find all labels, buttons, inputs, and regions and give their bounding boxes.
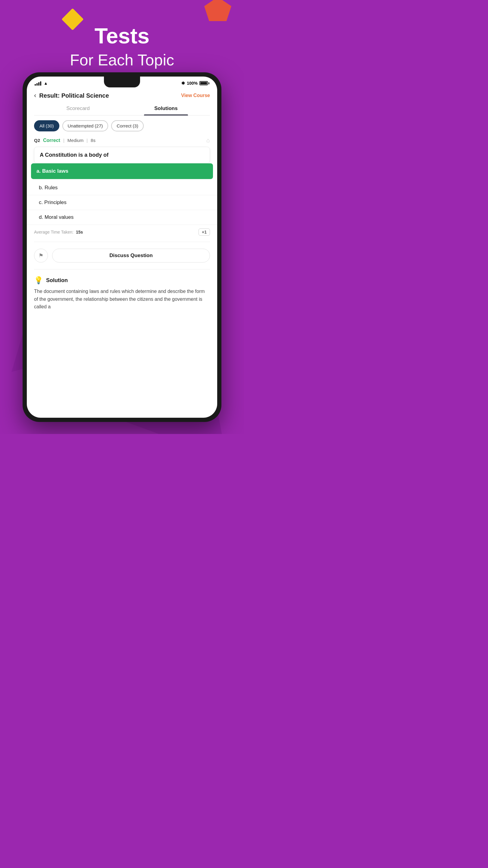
page-title: Tests [0, 24, 244, 48]
option-b[interactable]: b. Rules [27, 181, 217, 195]
filter-all-button[interactable]: All (30) [34, 120, 59, 131]
divider [34, 242, 210, 242]
option-a-text: Basic laws [42, 168, 68, 174]
battery-icon [199, 81, 209, 85]
solution-section: 💡 Solution The document containing laws … [34, 272, 210, 315]
question-number: Q2 [34, 138, 40, 143]
option-b-text: Rules [44, 185, 58, 190]
option-a[interactable]: a. Basic laws [31, 163, 213, 179]
filter-unattempted-button[interactable]: Unattempted (27) [62, 120, 108, 131]
option-b-label: b. [39, 185, 44, 190]
app-content: ‹ Result: Political Science View Course … [27, 88, 217, 163]
discuss-row: ⚑ Discuss Question [34, 244, 210, 267]
phone-outer: ▲ ✱ 100% ‹ Result: P [23, 72, 221, 422]
app-content-lower: Average Time Taken: 15s +1 ⚑ Discuss Que… [27, 225, 217, 315]
option-a-label: a. [36, 168, 42, 174]
header-section: Tests For Each Topic [0, 24, 244, 69]
lightbulb-icon: 💡 [34, 276, 43, 284]
flag-button[interactable]: ⚑ [34, 249, 48, 262]
question-status: Correct [43, 138, 60, 143]
option-c-label: c. [39, 199, 44, 205]
solution-header: 💡 Solution [34, 276, 210, 284]
status-left: ▲ [35, 81, 48, 86]
solution-title: Solution [46, 277, 68, 284]
option-c[interactable]: c. Principles [27, 195, 217, 210]
filter-correct-button[interactable]: Correct (3) [111, 120, 144, 131]
page-subtitle: For Each Topic [0, 51, 244, 69]
discuss-question-button[interactable]: Discuss Question [52, 249, 210, 262]
back-arrow-icon[interactable]: ‹ [34, 92, 36, 99]
screen-title: Result: Political Science [39, 92, 109, 99]
option-d[interactable]: d. Moral values [27, 210, 217, 225]
flag-icon: ⚑ [38, 252, 43, 259]
status-right: ✱ 100% [181, 81, 209, 86]
question-time: 8s [91, 138, 96, 143]
bluetooth-icon: ✱ [181, 81, 185, 86]
view-course-button[interactable]: View Course [181, 93, 210, 98]
avg-time-row: Average Time Taken: 15s +1 [34, 225, 210, 239]
bookmark-icon[interactable]: ⌂ [206, 137, 210, 144]
option-d-text: Moral values [44, 214, 73, 220]
tab-scorecard[interactable]: Scorecard [34, 102, 122, 115]
plus-one-badge: +1 [198, 228, 210, 236]
question-difficulty: Medium [67, 138, 84, 143]
option-c-text: Principles [44, 199, 67, 205]
option-d-label: d. [39, 214, 44, 220]
filter-row: All (30) Unattempted (27) Correct (3) [34, 120, 210, 131]
divider-2 [34, 269, 210, 270]
battery-percent: 100% [187, 81, 198, 86]
phone-mockup: ▲ ✱ 100% ‹ Result: P [23, 72, 221, 422]
question-header: Q2 Correct | Medium | 8s ⌂ [34, 137, 210, 144]
wifi-icon: ▲ [44, 81, 48, 86]
tabs-row: Scorecard Solutions [34, 102, 210, 116]
signal-bars-icon [35, 81, 41, 86]
nav-left: ‹ Result: Political Science [34, 92, 109, 99]
question-meta: Q2 Correct | Medium | 8s [34, 138, 96, 143]
nav-bar: ‹ Result: Political Science View Course [34, 88, 210, 102]
phone-notch [104, 76, 140, 87]
avg-time-text: Average Time Taken: 15s [34, 230, 83, 235]
solution-text: The document containing laws and rules w… [34, 287, 210, 311]
question-text: A Constitution is a body of [34, 147, 210, 163]
tab-solutions[interactable]: Solutions [122, 102, 210, 115]
phone-inner: ▲ ✱ 100% ‹ Result: P [27, 76, 217, 418]
options-list: a. Basic laws b. Rules c. Principles d. … [27, 163, 217, 225]
